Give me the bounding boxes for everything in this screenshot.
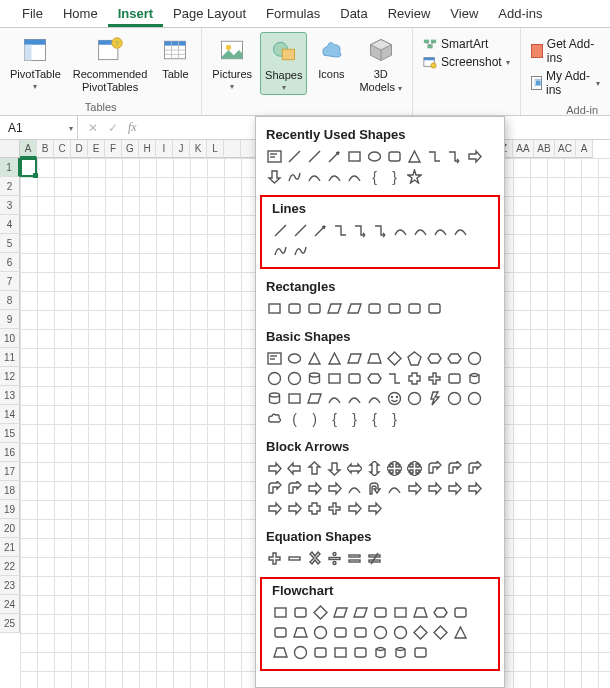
- shape-curve[interactable]: [412, 222, 429, 239]
- shape-circle[interactable]: [372, 624, 389, 641]
- shape-rarrow[interactable]: [326, 480, 343, 497]
- shape-roundrect[interactable]: [406, 300, 423, 317]
- column-header[interactable]: [224, 140, 241, 158]
- column-header[interactable]: L: [207, 140, 224, 158]
- shape-elbowarr[interactable]: [352, 222, 369, 239]
- shape-rarrow[interactable]: [286, 500, 303, 517]
- shape-parallelo[interactable]: [332, 604, 349, 621]
- shape-circle[interactable]: [392, 624, 409, 641]
- shape-u:{[interactable]: {: [366, 410, 383, 427]
- shape-parallelo[interactable]: [346, 350, 363, 367]
- shape-arrowline[interactable]: [326, 148, 343, 165]
- shape-oval[interactable]: [366, 148, 383, 165]
- shape-rarrow[interactable]: [266, 500, 283, 517]
- shape-trap[interactable]: [272, 644, 289, 661]
- shape-rect[interactable]: [346, 148, 363, 165]
- row-header[interactable]: 19: [0, 500, 20, 519]
- row-header[interactable]: 24: [0, 595, 20, 614]
- shape-div[interactable]: [326, 550, 343, 567]
- column-header[interactable]: AB: [534, 140, 555, 158]
- shape-plus[interactable]: [326, 500, 343, 517]
- row-header[interactable]: 21: [0, 538, 20, 557]
- shape-rect[interactable]: [332, 644, 349, 661]
- shape-textbox[interactable]: [266, 148, 283, 165]
- shape-rarrow[interactable]: [466, 480, 483, 497]
- column-header[interactable]: C: [54, 140, 71, 158]
- shape-roundrect[interactable]: [446, 370, 463, 387]
- shape-darrow[interactable]: [326, 460, 343, 477]
- recommended-pivottables-button[interactable]: ? Recommended PivotTables: [69, 32, 152, 95]
- shape-u:{[interactable]: {: [366, 168, 383, 185]
- shape-rect[interactable]: [266, 300, 283, 317]
- shape-lr[interactable]: [346, 460, 363, 477]
- shape-bolt[interactable]: [426, 390, 443, 407]
- shape-rarrow[interactable]: [306, 480, 323, 497]
- pictures-button[interactable]: Pictures ▾: [208, 32, 256, 93]
- row-header[interactable]: 17: [0, 462, 20, 481]
- tab-insert[interactable]: Insert: [108, 2, 163, 27]
- row-header[interactable]: 18: [0, 481, 20, 500]
- shape-circle[interactable]: [292, 644, 309, 661]
- shape-roundrect[interactable]: [346, 370, 363, 387]
- shape-hex[interactable]: [426, 350, 443, 367]
- shape-trap[interactable]: [412, 604, 429, 621]
- shape-cyl[interactable]: [466, 370, 483, 387]
- shape-elbow[interactable]: [426, 148, 443, 165]
- shape-u:)[interactable]: ): [306, 410, 323, 427]
- tab-review[interactable]: Review: [378, 2, 441, 27]
- shape-arrowline[interactable]: [312, 222, 329, 239]
- row-header[interactable]: 20: [0, 519, 20, 538]
- row-header[interactable]: 8: [0, 291, 20, 310]
- shape-roundrect[interactable]: [286, 300, 303, 317]
- shape-trap[interactable]: [292, 624, 309, 641]
- shape-bent[interactable]: [466, 460, 483, 477]
- shape-uarrow[interactable]: [306, 460, 323, 477]
- shape-roundrect[interactable]: [306, 300, 323, 317]
- row-header[interactable]: 5: [0, 234, 20, 253]
- shape-smile[interactable]: [386, 390, 403, 407]
- column-header[interactable]: E: [88, 140, 105, 158]
- shape-circle[interactable]: [446, 390, 463, 407]
- column-header[interactable]: D: [71, 140, 88, 158]
- shape-u:}[interactable]: }: [386, 168, 403, 185]
- shape-cyl[interactable]: [392, 644, 409, 661]
- shape-rarrow[interactable]: [366, 500, 383, 517]
- shape-rarrow[interactable]: [406, 480, 423, 497]
- shape-oval[interactable]: [286, 350, 303, 367]
- shape-rarrow[interactable]: [466, 148, 483, 165]
- shape-tri[interactable]: [306, 350, 323, 367]
- shape-line[interactable]: [286, 148, 303, 165]
- column-header[interactable]: F: [105, 140, 122, 158]
- shape-trap[interactable]: [366, 350, 383, 367]
- shape-roundrect[interactable]: [352, 624, 369, 641]
- pivottable-button[interactable]: PivotTable ▾: [6, 32, 65, 93]
- shape-roundrect[interactable]: [366, 300, 383, 317]
- shape-curve[interactable]: [366, 390, 383, 407]
- shape-curve[interactable]: [392, 222, 409, 239]
- shape-roundrect[interactable]: [426, 300, 443, 317]
- shape-roundrect[interactable]: [452, 604, 469, 621]
- column-header[interactable]: G: [122, 140, 139, 158]
- shape-curve[interactable]: [326, 168, 343, 185]
- shape-bent[interactable]: [266, 480, 283, 497]
- shape-u:{[interactable]: {: [326, 410, 343, 427]
- shape-diamond[interactable]: [312, 604, 329, 621]
- shape-freeform[interactable]: [292, 242, 309, 259]
- shape-textbox[interactable]: [266, 350, 283, 367]
- shape-quad[interactable]: [406, 460, 423, 477]
- shape-tri[interactable]: [326, 350, 343, 367]
- shape-cross[interactable]: [306, 500, 323, 517]
- shape-rarrow[interactable]: [346, 500, 363, 517]
- screenshot-button[interactable]: Screenshot ▾: [421, 54, 512, 70]
- row-header[interactable]: 15: [0, 424, 20, 443]
- shape-tri[interactable]: [452, 624, 469, 641]
- shape-rect[interactable]: [272, 604, 289, 621]
- shape-u:}[interactable]: }: [346, 410, 363, 427]
- shape-darrow[interactable]: [266, 168, 283, 185]
- row-header[interactable]: 16: [0, 443, 20, 462]
- shape-curve[interactable]: [326, 390, 343, 407]
- column-header[interactable]: AA: [513, 140, 534, 158]
- shape-circle[interactable]: [312, 624, 329, 641]
- shape-roundrect[interactable]: [412, 644, 429, 661]
- row-header[interactable]: 12: [0, 367, 20, 386]
